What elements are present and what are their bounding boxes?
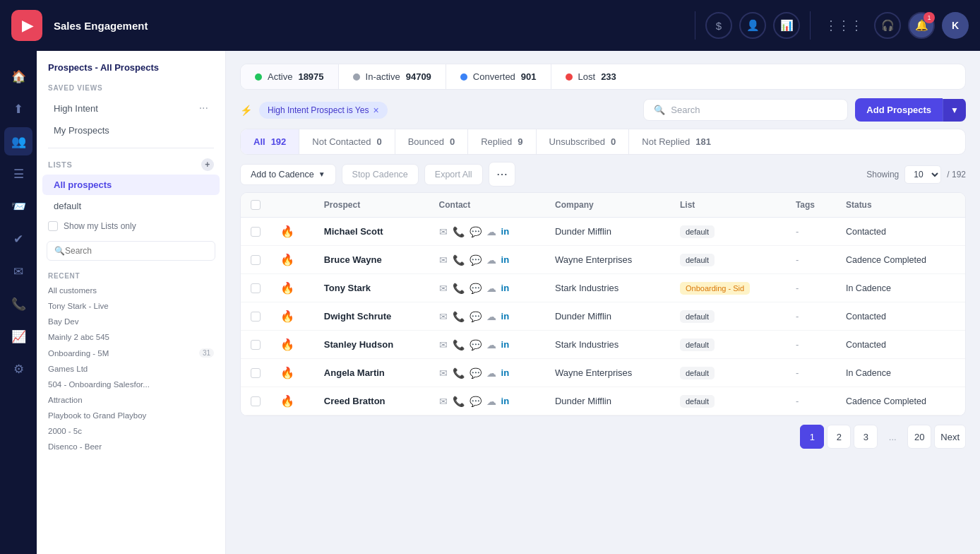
recent-item-5[interactable]: Games Ltd <box>37 361 225 377</box>
chat-icon[interactable]: 💬 <box>470 311 482 322</box>
cloud-icon[interactable]: ☁ <box>486 311 496 322</box>
row-checkbox-0[interactable] <box>251 227 261 237</box>
tab-bounced[interactable]: Bounced 0 <box>395 129 469 154</box>
chat-icon[interactable]: 💬 <box>470 339 482 350</box>
list-search-box[interactable]: 🔍 <box>47 241 215 261</box>
prospect-name[interactable]: Stanley Hudson <box>324 339 393 350</box>
linkedin-icon[interactable]: in <box>501 311 510 322</box>
filter-icon[interactable]: ⚡ <box>240 105 252 116</box>
cloud-icon[interactable]: ☁ <box>486 339 496 350</box>
more-options-btn[interactable]: ⋯ <box>489 162 515 187</box>
dollar-icon[interactable]: $ <box>705 12 732 39</box>
phone-icon[interactable]: 📞 <box>453 254 465 266</box>
logo[interactable]: ▶ <box>11 10 42 41</box>
cloud-icon[interactable]: ☁ <box>486 283 496 294</box>
per-page-select[interactable]: 10 25 50 <box>904 165 941 184</box>
linkedin-icon[interactable]: in <box>501 339 510 350</box>
sidebar-upload-btn[interactable]: ⬆ <box>4 95 32 123</box>
phone-icon[interactable]: 📞 <box>453 396 465 407</box>
row-checkbox-2[interactable] <box>251 283 261 293</box>
sidebar-send-btn[interactable]: 📨 <box>4 192 32 220</box>
cloud-icon[interactable]: ☁ <box>486 254 496 266</box>
cloud-icon[interactable]: ☁ <box>486 367 496 379</box>
cloud-icon[interactable]: ☁ <box>486 396 496 407</box>
linkedin-icon[interactable]: in <box>501 254 510 265</box>
headset-icon[interactable]: 🎧 <box>874 12 901 39</box>
page-next-btn[interactable]: Next <box>934 425 966 449</box>
search-field[interactable]: 🔍 Search <box>643 99 848 121</box>
recent-item-10[interactable]: Disenco - Beer <box>37 439 225 454</box>
sidebar-prospects-btn[interactable]: 👥 <box>4 127 32 155</box>
linkedin-icon[interactable]: in <box>501 396 510 406</box>
chat-icon[interactable]: 💬 <box>470 254 482 266</box>
prospect-name[interactable]: Creed Bratton <box>324 396 386 406</box>
sidebar-phone-btn[interactable]: 📞 <box>4 290 32 318</box>
recent-item-7[interactable]: Attraction <box>37 392 225 408</box>
list-search-input[interactable] <box>65 246 208 256</box>
nav-all-prospects[interactable]: All prospects <box>42 175 220 195</box>
nav-dots-icon[interactable]: ··· <box>199 102 208 114</box>
phone-icon[interactable]: 📞 <box>453 311 465 322</box>
stat-inactive[interactable]: In-active 94709 <box>339 64 446 89</box>
tab-replied[interactable]: Replied 9 <box>468 129 536 154</box>
add-prospects-caret[interactable]: ▼ <box>943 99 966 122</box>
linkedin-icon[interactable]: in <box>501 283 510 293</box>
page-3-btn[interactable]: 3 <box>854 425 878 449</box>
email-icon[interactable]: ✉ <box>439 311 448 322</box>
notification-bell[interactable]: 🔔 1 <box>908 12 935 39</box>
phone-icon[interactable]: 📞 <box>453 367 465 379</box>
row-checkbox-4[interactable] <box>251 340 261 350</box>
add-to-cadence-btn[interactable]: Add to Cadence ▼ <box>240 164 336 185</box>
sidebar-home-btn[interactable]: 🏠 <box>4 62 32 90</box>
stat-lost[interactable]: Lost 233 <box>551 64 631 89</box>
email-icon[interactable]: ✉ <box>439 367 448 379</box>
chat-icon[interactable]: 💬 <box>470 283 482 294</box>
page-20-btn[interactable]: 20 <box>907 425 931 449</box>
linkedin-icon[interactable]: in <box>501 367 510 378</box>
page-2-btn[interactable]: 2 <box>827 425 851 449</box>
sidebar-list-btn[interactable]: ☰ <box>4 160 32 188</box>
recent-item-6[interactable]: 504 - Onboarding Salesfor... <box>37 377 225 392</box>
lists-add-btn[interactable]: + <box>201 158 214 171</box>
user-avatar[interactable]: K <box>942 12 969 39</box>
row-checkbox-5[interactable] <box>251 368 261 378</box>
recent-item-0[interactable]: All customers <box>37 283 225 298</box>
phone-icon[interactable]: 📞 <box>453 283 465 294</box>
nav-high-intent[interactable]: High Intent ··· <box>42 97 220 119</box>
prospect-name[interactable]: Bruce Wayne <box>324 254 382 265</box>
show-my-lists-checkbox[interactable] <box>48 221 58 231</box>
tab-not-replied[interactable]: Not Replied 181 <box>629 129 724 154</box>
sidebar-task-btn[interactable]: ✔ <box>4 225 32 253</box>
stop-cadence-btn[interactable]: Stop Cadence <box>342 164 419 185</box>
email-icon[interactable]: ✉ <box>439 226 448 237</box>
recent-item-2[interactable]: Bay Dev <box>37 314 225 329</box>
tab-unsubscribed[interactable]: Unsubscribed 0 <box>537 129 630 154</box>
stat-active[interactable]: Active 18975 <box>241 64 339 89</box>
tab-all[interactable]: All 192 <box>241 129 299 154</box>
recent-item-4[interactable]: Onboarding - 5M31 <box>37 345 225 361</box>
prospect-name[interactable]: Dwight Schrute <box>324 311 391 322</box>
stat-converted[interactable]: Converted 901 <box>446 64 551 89</box>
recent-item-1[interactable]: Tony Stark - Live <box>37 298 225 314</box>
chat-icon[interactable]: 💬 <box>470 396 482 407</box>
recent-item-9[interactable]: 2000 - 5c <box>37 423 225 439</box>
sidebar-settings-btn[interactable]: ⚙ <box>4 355 32 383</box>
tab-not-contacted[interactable]: Not Contacted 0 <box>299 129 395 154</box>
email-icon[interactable]: ✉ <box>439 283 448 294</box>
sidebar-email-btn[interactable]: ✉ <box>4 257 32 285</box>
prospect-name[interactable]: Tony Stark <box>324 283 371 293</box>
filter-tag-close[interactable]: × <box>373 105 378 116</box>
prospect-name[interactable]: Michael Scott <box>324 226 383 237</box>
row-checkbox-6[interactable] <box>251 396 261 406</box>
nav-default[interactable]: default <box>42 196 220 216</box>
page-1-btn[interactable]: 1 <box>800 425 824 449</box>
email-icon[interactable]: ✉ <box>439 396 448 407</box>
phone-icon[interactable]: 📞 <box>453 339 465 350</box>
add-prospects-button[interactable]: Add Prospects ▼ <box>855 98 966 122</box>
add-prospects-main[interactable]: Add Prospects <box>855 98 943 122</box>
grid-icon[interactable]: ⋮⋮⋮ <box>820 13 867 37</box>
nav-my-prospects[interactable]: My Prospects <box>42 120 220 141</box>
cloud-icon[interactable]: ☁ <box>486 226 496 237</box>
row-checkbox-3[interactable] <box>251 312 261 322</box>
recent-item-8[interactable]: Playbook to Grand Playboy <box>37 408 225 423</box>
